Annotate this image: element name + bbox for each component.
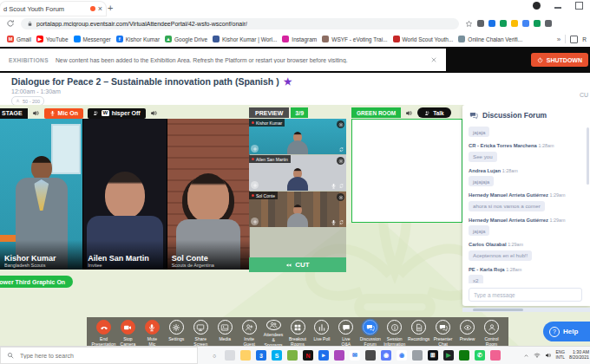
bookmark-item[interactable]: Online Chalan Verifi...: [458, 36, 522, 42]
stage-video[interactable]: Ailen San Martin Invitee: [83, 119, 166, 270]
extension-icon[interactable]: [545, 20, 552, 27]
taskbar-search[interactable]: [0, 347, 198, 364]
live-qa-button[interactable]: Live Q&A: [334, 320, 357, 347]
cut-button[interactable]: CUT: [249, 257, 346, 272]
file-explorer-icon[interactable]: [240, 350, 251, 361]
tray-chevron-icon[interactable]: [523, 353, 529, 359]
lower-third-graphic-button[interactable]: Lower Third Graphic On: [0, 276, 73, 288]
bookmark-item[interactable]: Instagram: [282, 36, 317, 42]
bookmark-item[interactable]: ▶ YouTube: [36, 36, 69, 42]
talk-button[interactable]: Talk: [417, 107, 451, 118]
tab-close-icon[interactable]: ×: [98, 5, 102, 13]
preview-thumbnail[interactable]: Sol Conte: [249, 192, 346, 227]
reload-icon[interactable]: [6, 19, 15, 28]
pinned-app-icon-6[interactable]: [459, 350, 469, 361]
notice-close-icon[interactable]: [430, 56, 437, 63]
mute-mic-button[interactable]: Mute Mic: [141, 320, 164, 347]
whatsapp-icon[interactable]: ✆: [475, 350, 485, 361]
calculator-icon[interactable]: [365, 350, 376, 361]
stage-audio-icon[interactable]: [32, 109, 40, 117]
pinned-app-icon-7[interactable]: [490, 350, 501, 361]
skype-icon[interactable]: S: [272, 350, 282, 361]
mic-on-button[interactable]: Mic On: [44, 108, 83, 119]
preview-thumbnail[interactable]: Kishor Kumar: [249, 119, 346, 154]
whisper-audio-icon[interactable]: [150, 109, 158, 117]
bookmark-item[interactable]: World Scout Youth...: [393, 36, 454, 42]
bookmark-item[interactable]: ▲ Google Drive: [165, 36, 207, 42]
ms-store-icon[interactable]: ⊞: [428, 350, 438, 361]
live-poll-button[interactable]: Live Poll: [310, 320, 333, 347]
thumb-flip-camera-icon[interactable]: [338, 219, 344, 225]
media-button[interactable]: Media: [213, 320, 237, 347]
search-input[interactable]: [18, 352, 191, 360]
extension-icon[interactable]: [488, 20, 495, 27]
language-indicator[interactable]: ENGINTL: [556, 350, 565, 360]
thumb-settings-button[interactable]: [337, 157, 344, 165]
thumb-settings-button[interactable]: [337, 120, 344, 128]
recordings-button[interactable]: Recordings: [407, 320, 430, 347]
pinned-app-icon-3[interactable]: [334, 350, 344, 361]
bookmark-item[interactable]: Kishor Kumar | Worl...: [213, 36, 277, 42]
green-room-audio-icon[interactable]: [405, 109, 413, 117]
extension-icon[interactable]: [522, 20, 529, 27]
pinned-app-icon-2[interactable]: [287, 350, 298, 361]
favorite-star-icon[interactable]: ★: [284, 76, 292, 87]
help-button[interactable]: ? Help: [543, 322, 590, 341]
bookmark-star-icon[interactable]: [465, 20, 473, 28]
pinned-app-icon-5[interactable]: ▶: [443, 350, 454, 361]
camera-app-icon[interactable]: ◉: [381, 350, 391, 361]
profile-avatar[interactable]: [533, 2, 541, 10]
thumb-add-button[interactable]: [251, 218, 259, 225]
thumb-mic-icon[interactable]: [331, 183, 337, 189]
scrollbar-thumb[interactable]: [473, 309, 523, 311]
new-tab-button[interactable]: +: [108, 3, 113, 13]
end-presentation-button[interactable]: End Presentation: [92, 320, 115, 347]
shutdown-button[interactable]: SHUTDOWN: [531, 53, 588, 67]
forum-scrollbar[interactable]: [587, 127, 589, 185]
control-room-button[interactable]: Control Room: [480, 320, 503, 347]
extension-icon[interactable]: [534, 20, 541, 27]
bookmark-item[interactable]: f Kishor Kumar: [116, 36, 160, 42]
mail-icon[interactable]: ✉: [350, 350, 360, 361]
browser-tab[interactable]: d Scout Youth Forum ×: [0, 2, 106, 16]
forum-message-input[interactable]: [469, 288, 582, 302]
thumb-flip-camera-icon[interactable]: [338, 146, 344, 153]
volume-icon[interactable]: [545, 352, 552, 359]
network-icon[interactable]: [534, 352, 541, 359]
clock[interactable]: 1:30 AM8/20/2021: [569, 350, 589, 361]
extension-icon[interactable]: [511, 20, 518, 27]
reading-list-label[interactable]: R: [582, 36, 587, 42]
share-screen-button[interactable]: Share Screen: [189, 320, 213, 347]
breakout-rooms-button[interactable]: Breakout Rooms: [286, 320, 310, 347]
chrome-icon[interactable]: ◉: [397, 350, 407, 361]
thumb-settings-button[interactable]: [337, 193, 344, 201]
thumb-mic-icon[interactable]: [331, 219, 337, 225]
settings-button[interactable]: Settings: [165, 320, 188, 347]
bookmark-item[interactable]: M Gmail: [7, 36, 31, 42]
stop-camera-button[interactable]: Stop Camera: [116, 320, 140, 347]
netflix-icon[interactable]: N: [303, 350, 313, 361]
stage-video[interactable]: Kishor Kumar Bangladesh Scouts: [0, 119, 82, 270]
pinned-app-icon-1[interactable]: [225, 350, 235, 361]
edge-icon[interactable]: 3: [256, 350, 266, 361]
attendees-sponsors-button[interactable]: Attendees & Sponsors: [262, 320, 285, 347]
session-information-button[interactable]: Session Information: [383, 320, 406, 347]
preview-button[interactable]: Preview: [456, 320, 479, 347]
thumb-add-button[interactable]: [251, 145, 259, 153]
preview-thumbnail[interactable]: Ailen San Martin: [249, 155, 346, 191]
stage-video[interactable]: Sol Conte Scouts de Argentina: [167, 119, 250, 270]
bookmarks-overflow-button[interactable]: »: [557, 36, 560, 43]
extension-icon[interactable]: [477, 20, 484, 27]
thumb-flip-camera-icon[interactable]: [338, 183, 344, 189]
movies-tv-icon[interactable]: ▸: [318, 350, 329, 361]
minimize-button[interactable]: [554, 7, 561, 9]
bookmark-item[interactable]: WSYF - eVoting Trai...: [322, 36, 387, 42]
extension-icon[interactable]: [500, 20, 507, 27]
forum-message-list[interactable]: jajaja CR - Ericka Torres Marchena 1:28a…: [469, 125, 582, 283]
thumb-add-button[interactable]: [251, 181, 259, 189]
whisper-off-button[interactable]: W hisper Off: [88, 108, 146, 119]
horizontal-scrollbar[interactable]: [462, 308, 590, 312]
url-bar[interactable]: portalapp.mcigroup.eventsair.com/Virtual…: [21, 18, 459, 29]
presenter-chat-button[interactable]: Presenter Chat: [431, 320, 455, 347]
invite-guest-button[interactable]: Invite Guest: [238, 320, 261, 347]
